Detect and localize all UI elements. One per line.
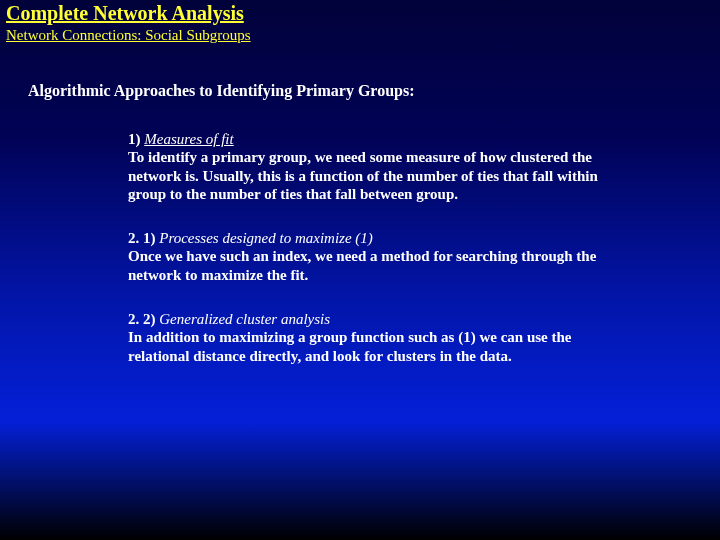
item-body: Once we have such an index, we need a me… [128, 248, 596, 282]
list-item: 1) Measures of fit To identify a primary… [128, 130, 610, 203]
item-label: 2. 2) [128, 311, 159, 327]
slide-header: Complete Network Analysis Network Connec… [0, 0, 720, 48]
slide-title: Complete Network Analysis [6, 2, 714, 25]
item-title: Processes designed to maximize (1) [159, 230, 373, 246]
item-title: Generalized cluster analysis [159, 311, 330, 327]
slide-subtitle: Network Connections: Social Subgroups [6, 27, 714, 44]
item-body: In addition to maximizing a group functi… [128, 329, 572, 363]
slide-content: Algorithmic Approaches to Identifying Pr… [0, 48, 720, 365]
item-body: To identify a primary group, we need som… [128, 149, 598, 202]
list-item: 2. 1) Processes designed to maximize (1)… [128, 229, 610, 284]
item-label: 1) [128, 131, 144, 147]
item-label: 2. 1) [128, 230, 159, 246]
list-item: 2. 2) Generalized cluster analysis In ad… [128, 310, 610, 365]
section-heading: Algorithmic Approaches to Identifying Pr… [28, 82, 700, 100]
item-title: Measures of fit [144, 131, 233, 147]
